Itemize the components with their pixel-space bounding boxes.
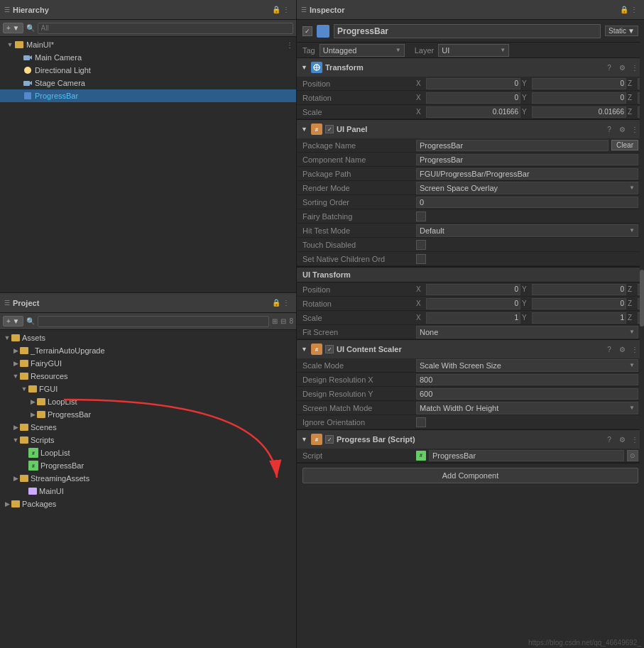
project-mainui-scene[interactable]: MainUI bbox=[0, 485, 296, 498]
transform-menu-icon[interactable]: ⋮ bbox=[630, 62, 640, 72]
transform-expand-arrow[interactable]: ▼ bbox=[301, 64, 308, 71]
hierarchy-item-progressbar[interactable]: ProgressBar bbox=[0, 89, 296, 102]
hierarchy-add-button[interactable]: + ▼ bbox=[3, 23, 23, 33]
progress-script-help-icon[interactable]: ? bbox=[604, 434, 614, 444]
static-dropdown[interactable]: Static ▼ bbox=[605, 26, 638, 36]
transform-rot-y-input[interactable] bbox=[532, 92, 626, 104]
project-filter-icon[interactable]: ⊟ bbox=[280, 317, 286, 325]
tag-dropdown[interactable]: Untagged ▼ bbox=[320, 44, 405, 57]
object-active-checkbox[interactable]: ✓ bbox=[302, 26, 312, 36]
project-progressbar-script[interactable]: # ProgressBar bbox=[0, 459, 296, 472]
project-progressbar-folder[interactable]: ▶ ProgressBar bbox=[0, 408, 296, 421]
project-sort-icon[interactable]: 8 bbox=[289, 317, 293, 325]
project-view-icon[interactable]: ⊞ bbox=[272, 317, 278, 325]
progress-bar-script-header[interactable]: ▼ # ✓ Progress Bar (Script) ? ⚙ ⋮ bbox=[297, 430, 644, 449]
project-options-icon[interactable]: ⋮ bbox=[280, 297, 292, 309]
clear-button[interactable]: Clear bbox=[611, 140, 638, 150]
transform-rot-x-input[interactable] bbox=[426, 92, 520, 104]
hierarchy-lock-icon[interactable]: 🔒 bbox=[272, 6, 280, 13]
project-terrain-folder[interactable]: ▶ _TerrainAutoUpgrade bbox=[0, 344, 296, 357]
layer-dropdown[interactable]: UI ▼ bbox=[438, 44, 509, 57]
script-ref-input[interactable] bbox=[429, 450, 624, 461]
fit-screen-dropdown[interactable]: None ▼ bbox=[416, 326, 638, 339]
hit-test-dropdown[interactable]: Default ▼ bbox=[416, 224, 638, 237]
project-assets-folder[interactable]: ▼ Assets bbox=[0, 331, 296, 344]
design-res-y-input[interactable] bbox=[416, 388, 638, 400]
hierarchy-item-maincamera[interactable]: Main Camera bbox=[0, 51, 296, 64]
transform-help-icon[interactable]: ? bbox=[604, 62, 614, 72]
fairy-batching-checkbox[interactable] bbox=[416, 212, 426, 221]
inspector-scrollbar-thumb[interactable] bbox=[640, 270, 644, 326]
transform-scale-y-input[interactable] bbox=[532, 106, 626, 118]
ui-scaler-help-icon[interactable]: ? bbox=[604, 344, 614, 354]
ui-panel-expand-arrow[interactable]: ▼ bbox=[301, 126, 308, 133]
mainui-expand-arrow[interactable]: ▼ bbox=[6, 41, 14, 48]
hierarchy-item-stagecamera[interactable]: Stage Camera bbox=[0, 77, 296, 89]
ui-scale-y-input[interactable] bbox=[532, 312, 626, 324]
fgui-expand-arrow[interactable]: ▼ bbox=[20, 385, 28, 392]
screen-match-dropdown[interactable]: Match Width Or Height ▼ bbox=[416, 402, 638, 414]
progress-script-expand-arrow[interactable]: ▼ bbox=[301, 436, 308, 443]
project-packages-folder[interactable]: ▶ Packages bbox=[0, 498, 296, 510]
ui-scaler-menu-icon[interactable]: ⋮ bbox=[630, 344, 640, 354]
ui-panel-header[interactable]: ▼ # ✓ UI Panel ? ⚙ ⋮ bbox=[297, 120, 644, 138]
assets-expand-arrow[interactable]: ▼ bbox=[3, 334, 11, 341]
ui-panel-settings-icon[interactable]: ⚙ bbox=[617, 124, 627, 134]
ui-panel-checkbox[interactable]: ✓ bbox=[325, 125, 334, 133]
scripts-expand-arrow[interactable]: ▼ bbox=[11, 436, 20, 444]
ui-scaler-checkbox[interactable]: ✓ bbox=[325, 345, 334, 353]
add-component-button[interactable]: Add Component bbox=[302, 468, 638, 483]
sorting-order-input[interactable] bbox=[416, 197, 638, 208]
design-res-x-input[interactable] bbox=[416, 374, 638, 385]
camera-icon bbox=[23, 53, 33, 62]
hierarchy-search-input[interactable] bbox=[38, 23, 293, 34]
inspector-lock-icon[interactable]: 🔒 bbox=[620, 6, 628, 13]
ui-panel-menu-icon[interactable]: ⋮ bbox=[630, 124, 640, 134]
mainui-context-menu-icon[interactable]: ⋮ bbox=[286, 41, 293, 49]
transform-pos-x-input[interactable] bbox=[426, 78, 520, 89]
ignore-orientation-checkbox[interactable] bbox=[416, 417, 426, 427]
render-mode-dropdown[interactable]: Screen Space Overlay ▼ bbox=[416, 182, 638, 194]
transform-scale-x-input[interactable] bbox=[426, 106, 520, 118]
project-scripts-folder[interactable]: ▼ Scripts bbox=[0, 434, 296, 446]
package-path-input[interactable] bbox=[416, 168, 638, 180]
component-name-input[interactable] bbox=[416, 154, 638, 165]
project-looplist-folder[interactable]: ▶ LoopList bbox=[0, 395, 296, 408]
ui-scaler-settings-icon[interactable]: ⚙ bbox=[617, 344, 627, 354]
touch-disabled-checkbox[interactable] bbox=[416, 240, 426, 250]
ui-pos-y-input[interactable] bbox=[532, 284, 626, 295]
hierarchy-options-icon[interactable]: ⋮ bbox=[280, 4, 292, 16]
hierarchy-item-mainui[interactable]: ▼ MainUI* ⋮ bbox=[0, 38, 296, 51]
project-add-button[interactable]: + ▼ bbox=[3, 316, 23, 326]
ui-content-scaler-header[interactable]: ▼ # ✓ UI Content Scaler ? ⚙ ⋮ bbox=[297, 340, 644, 358]
project-search-input[interactable] bbox=[38, 316, 270, 327]
project-resources-folder[interactable]: ▼ Resources bbox=[0, 370, 296, 383]
scale-mode-dropdown[interactable]: Scale With Screen Size ▼ bbox=[416, 359, 638, 372]
ui-rot-y-input[interactable] bbox=[532, 298, 626, 309]
project-streaming-folder[interactable]: ▶ StreamingAssets bbox=[0, 472, 296, 485]
object-icon bbox=[317, 25, 329, 38]
project-looplist-script[interactable]: # LoopList bbox=[0, 446, 296, 459]
hierarchy-item-dirlight[interactable]: Directional Light bbox=[0, 64, 296, 77]
progress-script-menu-icon[interactable]: ⋮ bbox=[630, 434, 640, 444]
object-name-input[interactable] bbox=[334, 24, 601, 38]
ui-pos-x-input[interactable] bbox=[426, 284, 520, 295]
project-fgui-folder[interactable]: ▼ FGUI bbox=[0, 383, 296, 395]
ui-panel-help-icon[interactable]: ? bbox=[604, 124, 614, 134]
progress-script-checkbox[interactable]: ✓ bbox=[325, 435, 334, 444]
inspector-options-icon[interactable]: ⋮ bbox=[628, 4, 640, 16]
resources-expand-arrow[interactable]: ▼ bbox=[11, 373, 20, 380]
transform-header[interactable]: ▼ Transform ? ⚙ ⋮ bbox=[297, 58, 644, 77]
set-native-checkbox[interactable] bbox=[416, 254, 426, 264]
ui-scaler-expand-arrow[interactable]: ▼ bbox=[301, 346, 308, 353]
transform-pos-y-input[interactable] bbox=[532, 78, 626, 89]
script-ref-browse-icon[interactable]: ⊙ bbox=[627, 450, 638, 461]
package-name-input[interactable] bbox=[416, 140, 608, 151]
ui-scale-x-input[interactable] bbox=[426, 312, 520, 324]
project-lock-icon[interactable]: 🔒 bbox=[272, 299, 280, 307]
project-scenes-folder[interactable]: ▶ Scenes bbox=[0, 421, 296, 434]
progress-script-settings-icon[interactable]: ⚙ bbox=[617, 434, 627, 444]
ui-rot-x-input[interactable] bbox=[426, 298, 520, 309]
project-fairygui-folder[interactable]: ▶ FairyGUI bbox=[0, 357, 296, 370]
transform-settings-icon[interactable]: ⚙ bbox=[617, 62, 627, 72]
